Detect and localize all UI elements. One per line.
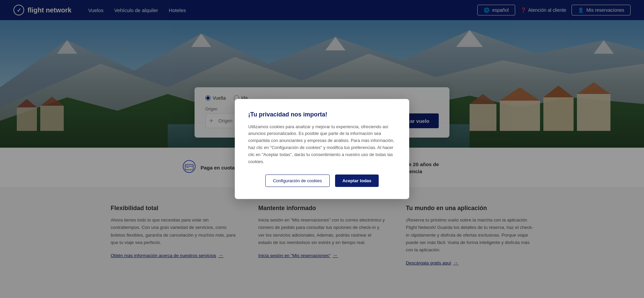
cookie-modal-title: ¡Tu privacidad nos importa!: [248, 111, 396, 118]
cookie-modal-body: Utilizamos cookies para analizar y mejor…: [248, 123, 396, 165]
cookie-modal-buttons: Configuración de cookies Aceptar todas: [248, 175, 396, 187]
cookie-accept-button[interactable]: Aceptar todas: [335, 175, 379, 187]
cookie-modal: ¡Tu privacidad nos importa! Utilizamos c…: [235, 99, 409, 199]
cookie-config-button[interactable]: Configuración de cookies: [265, 175, 330, 187]
cookie-modal-overlay: ¡Tu privacidad nos importa! Utilizamos c…: [0, 0, 644, 283]
